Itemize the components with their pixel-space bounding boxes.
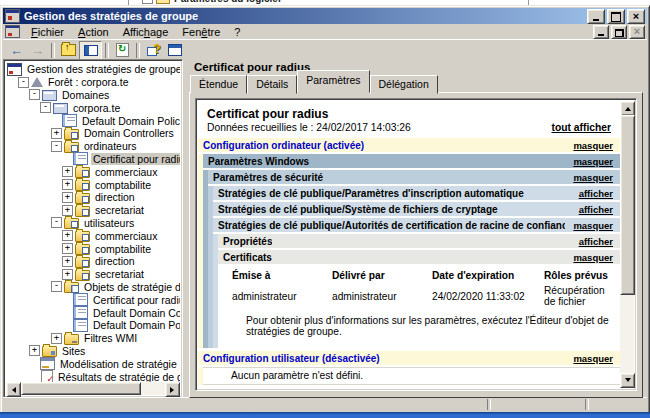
- tree-expander[interactable]: +: [62, 179, 73, 190]
- help-button[interactable]: [143, 42, 164, 59]
- toolbar-separator: [105, 43, 109, 58]
- show-link[interactable]: afficher: [579, 188, 613, 199]
- hide-link[interactable]: masquer: [573, 156, 613, 167]
- tree-item-r-sultats-de-strat-gie-de-groupe[interactable]: Résultats de stratégie de groupe: [6, 370, 180, 382]
- section-user-config: Configuration utilisateur (désactivée) m…: [198, 351, 620, 365]
- table-cell: 24/02/2020 11:33:02: [432, 285, 544, 308]
- tree-expander[interactable]: -: [51, 141, 62, 152]
- menu-item-affichage[interactable]: Affichage: [116, 25, 176, 39]
- section-label: Configuration ordinateur (activée): [203, 140, 364, 151]
- tree-item-commerciaux[interactable]: +commerciaux: [6, 229, 180, 242]
- menu-item-fichier[interactable]: Fichier: [24, 25, 71, 39]
- tree-expander[interactable]: -: [51, 217, 62, 228]
- back-arrow-button[interactable]: [6, 42, 27, 59]
- tree-expander[interactable]: +: [62, 243, 73, 254]
- tree-item-label: commerciaux: [93, 166, 159, 178]
- mdi-child-icon[interactable]: [5, 25, 20, 38]
- tree-item-mod-lisation-de-strat-gie-de-groupe[interactable]: Modélisation de stratégie de groupe: [6, 357, 180, 370]
- tree-expander[interactable]: +: [62, 166, 73, 177]
- report-scrollbar[interactable]: [620, 101, 634, 388]
- tree-item-certificat-pour-radius[interactable]: Certificat pour radius: [6, 153, 180, 166]
- tree-horizontal-scrollbar[interactable]: [6, 382, 180, 395]
- section-security-settings: Paramètres de sécurité masquer: [208, 170, 620, 184]
- tree-expander[interactable]: -: [51, 281, 62, 292]
- toolbar-separator: [51, 43, 55, 58]
- mdi-restore-icon: [615, 29, 624, 37]
- tree-expander[interactable]: -: [29, 89, 40, 100]
- refresh-button[interactable]: [112, 42, 133, 59]
- tree-expander[interactable]: -: [40, 102, 51, 113]
- title-bar[interactable]: Gestion des stratégies de groupe ×: [3, 8, 647, 24]
- tree-item-domain-controllers[interactable]: +Domain Controllers: [6, 127, 180, 140]
- tree-expander[interactable]: +: [62, 230, 73, 241]
- scrollbar-thumb[interactable]: [21, 382, 141, 395]
- minimize-button[interactable]: [587, 9, 605, 24]
- show-link[interactable]: afficher: [579, 204, 613, 215]
- tree-expander[interactable]: +: [51, 333, 62, 344]
- tree-item-comptabilite[interactable]: +comptabilite: [6, 178, 180, 191]
- tree-item-for-t-corpora-te[interactable]: -Forêt : corpora.te: [6, 76, 180, 89]
- tree-item-gestion-des-strat-gies-de-groupe[interactable]: Gestion des stratégies de groupe: [6, 63, 180, 76]
- tab-d-l-gation[interactable]: Délégation: [370, 75, 438, 94]
- tree-item-domaines[interactable]: -Domaines: [6, 89, 180, 102]
- tree-item-utilisateurs[interactable]: -utilisateurs: [6, 217, 180, 230]
- menu-item-item[interactable]: ?: [227, 25, 247, 39]
- tree-item-ordinateurs[interactable]: -ordinateurs: [6, 140, 180, 153]
- tree-expander[interactable]: +: [62, 256, 73, 267]
- tree-expander[interactable]: +: [62, 269, 73, 280]
- hide-link[interactable]: masquer: [573, 140, 613, 151]
- scroll-down-button[interactable]: [620, 373, 635, 388]
- maximize-button[interactable]: [607, 9, 625, 24]
- mdi-minimize-button[interactable]: [593, 25, 609, 39]
- tab-param-tres[interactable]: Paramètres: [297, 70, 369, 93]
- hide-link[interactable]: masquer: [573, 353, 613, 364]
- tree-expander[interactable]: +: [62, 205, 73, 216]
- show-all-link[interactable]: tout afficher: [552, 122, 612, 133]
- tree-item-secretariat[interactable]: +secretariat: [6, 204, 180, 217]
- gpo-icon: [73, 306, 88, 319]
- tree-item-comptabilite[interactable]: +comptabilite: [6, 242, 180, 255]
- menu-item-action[interactable]: Action: [71, 25, 116, 39]
- tree-item-certificat-pour-radius[interactable]: Certificat pour radius: [6, 293, 180, 306]
- tree-item-corpora-te[interactable]: -corpora.te: [6, 101, 180, 114]
- tree-expander[interactable]: +: [29, 345, 40, 356]
- close-button[interactable]: ×: [627, 9, 645, 24]
- tree-item-sites[interactable]: +Sites: [6, 345, 180, 358]
- show-link[interactable]: afficher: [579, 236, 613, 247]
- menu-item-fen-tre[interactable]: Fenêtre: [175, 25, 227, 39]
- tree-item-objets-de-strat-gie-de-groupe[interactable]: -Objets de stratégie de groupe: [6, 281, 180, 294]
- forward-arrow-button[interactable]: [27, 42, 48, 59]
- new-window-button[interactable]: [164, 42, 185, 59]
- section-label: Paramètres de sécurité: [213, 172, 323, 183]
- menu-bar: FichierActionAffichageFenêtre? ×: [3, 24, 647, 39]
- hide-link[interactable]: masquer: [573, 252, 613, 263]
- tree-item-direction[interactable]: +direction: [6, 255, 180, 268]
- scrollbar-thumb[interactable]: [620, 115, 635, 295]
- scroll-up-button[interactable]: [620, 101, 635, 116]
- details-pane: Certificat pour radius ÉtendueDétailsPar…: [187, 59, 647, 398]
- scroll-right-button[interactable]: [165, 382, 180, 397]
- tab-d-tails[interactable]: Détails: [247, 75, 297, 94]
- back-arrow-icon: [10, 44, 23, 57]
- tree-expander[interactable]: +: [51, 128, 62, 139]
- tree-expander[interactable]: -: [18, 77, 29, 88]
- tree-item-secretariat[interactable]: +secretariat: [6, 268, 180, 281]
- show-console-tree-button[interactable]: [79, 41, 102, 60]
- ou-icon: [75, 206, 90, 217]
- hide-link[interactable]: masquer: [573, 172, 613, 183]
- scroll-left-button[interactable]: [6, 382, 21, 397]
- tree-item-default-domain-policy[interactable]: Default Domain Policy: [6, 114, 180, 127]
- up-one-level-button[interactable]: [58, 42, 79, 59]
- tab-tendue[interactable]: Étendue: [190, 75, 247, 94]
- mdi-restore-button[interactable]: [611, 25, 627, 39]
- tree-expander[interactable]: +: [62, 192, 73, 203]
- tree-item-direction[interactable]: +direction: [6, 191, 180, 204]
- tree-item-default-domain-policy[interactable]: Default Domain Policy: [6, 319, 180, 332]
- tree-item-commerciaux[interactable]: +commerciaux: [6, 165, 180, 178]
- tree-item-filtres-wmi[interactable]: +Filtres WMI: [6, 332, 180, 345]
- gpo-icon: [73, 152, 88, 165]
- window-title: Gestion des stratégies de groupe: [24, 10, 587, 22]
- hide-link[interactable]: masquer: [573, 220, 613, 231]
- tree-item-default-domain-controllers-policy[interactable]: Default Domain Controllers Policy: [6, 306, 180, 319]
- scrollbar-track[interactable]: [141, 382, 165, 395]
